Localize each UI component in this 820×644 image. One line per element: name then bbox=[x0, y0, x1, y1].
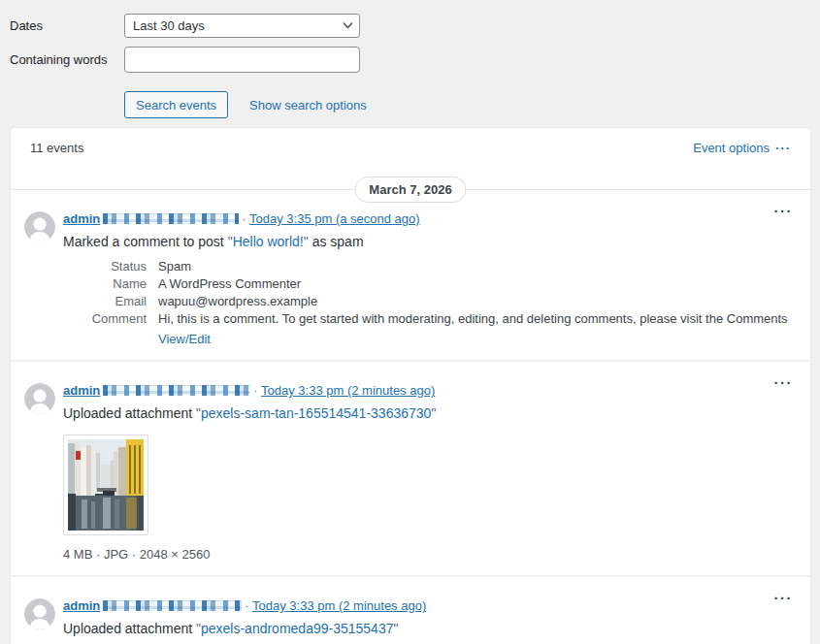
redacted-user-email bbox=[103, 385, 250, 396]
separator-dot: · bbox=[242, 211, 246, 226]
redacted-user-email bbox=[103, 600, 242, 611]
detail-label: Comment bbox=[63, 312, 147, 326]
attachment-link[interactable]: pexels-sam-tan-165514541-33636730 bbox=[201, 405, 431, 421]
attachment-thumbnail[interactable] bbox=[63, 435, 148, 535]
detail-value: Hi, this is a comment. To get started wi… bbox=[158, 312, 791, 326]
dates-label: Dates bbox=[10, 18, 124, 33]
event-kebab-menu-icon[interactable]: ··· bbox=[774, 593, 794, 604]
event-options-link[interactable]: Event options bbox=[693, 141, 770, 155]
event-header: admin· Today 3:33 pm (2 minutes ago) bbox=[63, 598, 791, 614]
event-header: admin· Today 3:35 pm (a second ago) bbox=[63, 211, 791, 227]
detail-value: wapuu@wordpress.example bbox=[158, 295, 791, 308]
separator-dot: · bbox=[245, 598, 248, 613]
date-separator: March 7, 2026 bbox=[11, 177, 810, 202]
user-link[interactable]: admin bbox=[63, 598, 100, 613]
canal-photo bbox=[68, 439, 144, 531]
containing-words-label: Containing words bbox=[10, 52, 124, 67]
events-count: 11 events bbox=[30, 141, 83, 155]
separator-dot: · bbox=[253, 383, 257, 398]
search-events-button[interactable]: Search events bbox=[124, 91, 228, 118]
mystery-person-icon bbox=[24, 211, 55, 242]
action-text: Uploaded attachment bbox=[63, 405, 196, 421]
dates-select-wrap: Last 30 days bbox=[124, 14, 360, 38]
quote-mark: " bbox=[431, 405, 436, 421]
user-link[interactable]: admin bbox=[63, 383, 100, 398]
ellipsis-icon[interactable]: ··· bbox=[775, 141, 791, 155]
action-text: Uploaded attachment bbox=[63, 621, 196, 636]
event-timestamp-link[interactable]: Today 3:33 pm (2 minutes ago) bbox=[252, 598, 426, 613]
mystery-person-icon bbox=[24, 383, 55, 414]
detail-label: Status bbox=[63, 260, 147, 274]
date-separator-pill: March 7, 2026 bbox=[354, 177, 466, 203]
action-text: Marked a comment to post bbox=[63, 234, 228, 249]
view-edit-link[interactable]: View/Edit bbox=[158, 333, 791, 346]
event-header: admin· Today 3:33 pm (2 minutes ago) bbox=[63, 383, 791, 399]
event-details-table: Status Spam Name A WordPress Commenter E… bbox=[63, 260, 791, 346]
attachment-link[interactable]: pexels-andromeda99-35155437 bbox=[201, 621, 393, 636]
event-action-text: Uploaded attachment "pexels-sam-tan-1655… bbox=[63, 404, 791, 423]
detail-value: Spam bbox=[158, 260, 791, 274]
event-options-menu[interactable]: Event options ··· bbox=[693, 141, 791, 155]
detail-label: Name bbox=[63, 277, 147, 291]
avatar bbox=[24, 383, 55, 414]
event-row-upload-leaves: admin· Today 3:33 pm (2 minutes ago) Upl… bbox=[11, 575, 810, 644]
event-kebab-menu-icon[interactable]: ··· bbox=[774, 377, 794, 389]
event-filters: Dates Last 30 days Containing words Sear… bbox=[0, 0, 820, 118]
event-kebab-menu-icon[interactable]: ··· bbox=[774, 206, 794, 217]
attachment-meta: 4 MB · JPG · 2048 × 2560 bbox=[63, 547, 791, 562]
event-row-upload-canal: admin· Today 3:33 pm (2 minutes ago) Upl… bbox=[11, 360, 810, 575]
detail-label: Email bbox=[63, 295, 147, 308]
events-panel: 11 events Event options ··· March 7, 202… bbox=[10, 127, 811, 644]
quote-mark: " bbox=[393, 621, 398, 636]
mystery-person-icon bbox=[24, 598, 55, 629]
event-timestamp-link[interactable]: Today 3:35 pm (a second ago) bbox=[249, 211, 420, 226]
action-text: as spam bbox=[309, 234, 364, 249]
redacted-user-email bbox=[103, 213, 239, 224]
event-action-text: Uploaded attachment "pexels-andromeda99-… bbox=[63, 620, 791, 638]
panel-header: 11 events Event options ··· bbox=[11, 128, 810, 165]
event-timestamp-link[interactable]: Today 3:33 pm (2 minutes ago) bbox=[261, 383, 435, 398]
event-row-comment-spam: admin· Today 3:35 pm (a second ago) Mark… bbox=[11, 202, 810, 360]
avatar bbox=[24, 598, 55, 629]
post-link[interactable]: Hello world! bbox=[233, 234, 304, 249]
dates-select[interactable]: Last 30 days bbox=[124, 14, 360, 38]
event-action-text: Marked a comment to post "Hello world!" … bbox=[63, 233, 791, 251]
user-link[interactable]: admin bbox=[63, 211, 100, 226]
detail-value: A WordPress Commenter bbox=[158, 277, 791, 291]
show-search-options-link[interactable]: Show search options bbox=[249, 98, 367, 113]
avatar bbox=[24, 211, 55, 242]
containing-words-input[interactable] bbox=[124, 47, 360, 73]
